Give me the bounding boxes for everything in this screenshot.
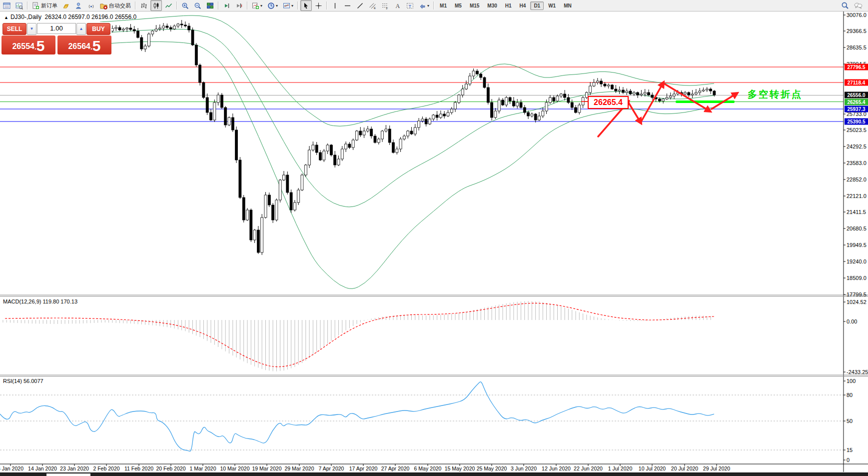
sell-button[interactable]: SELL (2, 23, 26, 35)
timeframe-h4-button[interactable]: H4 (516, 2, 530, 10)
svg-text:E: E (374, 6, 376, 10)
chartsearch-icon (15, 2, 23, 10)
timeframe-m30-button[interactable]: M30 (484, 2, 500, 10)
crosshair-tool-button[interactable] (313, 0, 324, 11)
signals-icon[interactable] (85, 0, 97, 11)
buy-price-button[interactable]: 26564 . 5 (57, 36, 111, 54)
volume-up-stepper[interactable]: ▲ (76, 23, 86, 35)
sell-price-int: 26554 (12, 40, 34, 53)
dropdown-caret-icon[interactable]: ▾ (427, 4, 429, 8)
indicators-button[interactable]: ▾ (250, 0, 264, 11)
cursor-tool-button[interactable] (300, 0, 312, 11)
timeframe-mn-button[interactable]: MN (560, 2, 575, 10)
volume-input[interactable]: 1.00 (37, 23, 76, 34)
rsi-indicator-label: RSI(14) 56.0077 (3, 378, 43, 384)
arrows-tool[interactable]: ▾ (417, 0, 431, 11)
date-tick-label: 17 Apr 2020 (349, 466, 378, 472)
text-tool[interactable]: A (392, 0, 403, 11)
zoom-in-button[interactable] (179, 0, 191, 11)
tiles-icon (206, 2, 214, 10)
timeframe-m15-button[interactable]: M15 (466, 2, 483, 10)
price-tick-label: 30076.0 (847, 12, 867, 18)
toolbar-separator (135, 2, 136, 10)
horizontal-scrollbar[interactable] (0, 472, 868, 476)
shapes-icon (419, 2, 426, 10)
date-tick-label: 7 Apr 2020 (319, 466, 344, 472)
timeframe-m5-button[interactable]: M5 (451, 2, 465, 10)
candlestick-chart-button[interactable] (150, 0, 162, 11)
chart-shift-button[interactable] (233, 0, 245, 11)
macd-tick-label: -2433.25 (847, 369, 868, 375)
market-depth-icon[interactable] (60, 0, 72, 11)
date-tick-label: 10 Mar 2020 (220, 466, 250, 472)
autotrading-button-label: 自动交易 (109, 2, 131, 10)
profiles-window-icon[interactable] (1, 0, 12, 11)
one-click-trading-panel: SELL ▼ 1.00 ▲ BUY 26554 . 5 26564 . 5 (1, 22, 111, 56)
search-icon[interactable] (839, 0, 851, 11)
date-tick-label: 27 Apr 2020 (381, 466, 410, 472)
symbol-collapse-icon[interactable]: ▲ (4, 15, 8, 20)
zoom-out-button[interactable] (192, 0, 203, 11)
price-level-annotation: 26265.4 (588, 96, 629, 109)
ohlc-values: 26324.0 26597.0 26196.0 26556.0 (45, 14, 137, 20)
bar-chart-button[interactable] (138, 0, 149, 11)
toolbar-separator (297, 2, 298, 10)
price-tick-label: 21411.5 (847, 209, 866, 215)
horizontal-line-tool[interactable] (342, 0, 353, 11)
svg-text:A: A (396, 2, 400, 10)
autotrading-button[interactable]: 自动交易 (98, 0, 133, 11)
timeframe-d1-button[interactable]: D1 (530, 2, 544, 10)
date-tick-label: 1 Mar 2020 (189, 466, 216, 472)
scrollbar-thumb[interactable] (46, 474, 90, 476)
vertical-line-tool[interactable] (329, 0, 341, 11)
date-tick-label: 29 Jul 2020 (703, 466, 730, 472)
mt4-window: 新订单自动交易▾▾▾EFAT▾M1M5M15M30H1H4D1W1MN ▲DJ3… (0, 0, 868, 476)
date-tick-label: 14 Jan 2020 (28, 466, 57, 472)
price-badge: 25937.3 (845, 106, 868, 112)
price-tick-label: 19240.0 (847, 258, 867, 264)
chart-canvas[interactable] (0, 0, 868, 476)
line-chart-button[interactable] (163, 0, 174, 11)
equidistant-channel-tool[interactable]: E (367, 0, 378, 11)
new-chart-icon[interactable] (13, 0, 25, 11)
chat-icon[interactable] (852, 0, 865, 11)
price-badge: 25390.5 (845, 118, 868, 125)
timeframe-m1-button[interactable]: M1 (436, 2, 450, 10)
dropdown-caret-icon[interactable]: ▾ (276, 4, 278, 8)
gold-icon (62, 2, 70, 10)
texta-icon: A (394, 2, 401, 10)
templates-button[interactable]: ▾ (281, 0, 295, 11)
timeframe-w1-button[interactable]: W1 (545, 2, 559, 10)
auto-scroll-button[interactable] (221, 0, 232, 11)
dropdown-caret-icon[interactable]: ▾ (291, 4, 293, 8)
expert-advisors-icon[interactable] (73, 0, 84, 11)
rsi-tick-label: 15 (847, 447, 853, 453)
price-tick-label: 19949.5 (847, 242, 867, 248)
toolbar-separator (433, 2, 434, 10)
volume-down-stepper[interactable]: ▼ (27, 23, 36, 35)
new-order-button[interactable]: 新订单 (30, 0, 59, 11)
text-label-tool[interactable]: T (404, 0, 416, 11)
chartshift-icon (235, 2, 243, 10)
rsi-tick-label: 0 (847, 457, 850, 463)
dropdown-caret-icon[interactable]: ▾ (260, 4, 262, 8)
periods-button[interactable]: ▾ (265, 0, 280, 11)
winlist-icon (3, 2, 10, 10)
indicators-icon (252, 2, 259, 10)
cursor-icon (302, 2, 310, 10)
sell-price-button[interactable]: 26554 . 5 (1, 36, 55, 54)
buy-button[interactable]: BUY (86, 23, 110, 35)
price-tick-label: 18509.0 (847, 275, 867, 281)
date-tick-label: 6 Jan 2020 (0, 466, 23, 472)
date-tick-label: 22 Jun 2020 (574, 466, 603, 472)
price-tick-label: 22121.0 (847, 193, 867, 199)
date-tick-label: 25 May 2020 (477, 466, 507, 472)
tile-windows-button[interactable] (204, 0, 216, 11)
date-tick-label: 3 Jun 2020 (511, 466, 537, 472)
vline-icon (331, 2, 339, 10)
fibonacci-tool[interactable]: F (379, 0, 391, 11)
channel-icon: E (369, 2, 376, 10)
trendline-tool[interactable] (354, 0, 366, 11)
candles-icon (152, 2, 160, 10)
timeframe-h1-button[interactable]: H1 (502, 2, 515, 10)
